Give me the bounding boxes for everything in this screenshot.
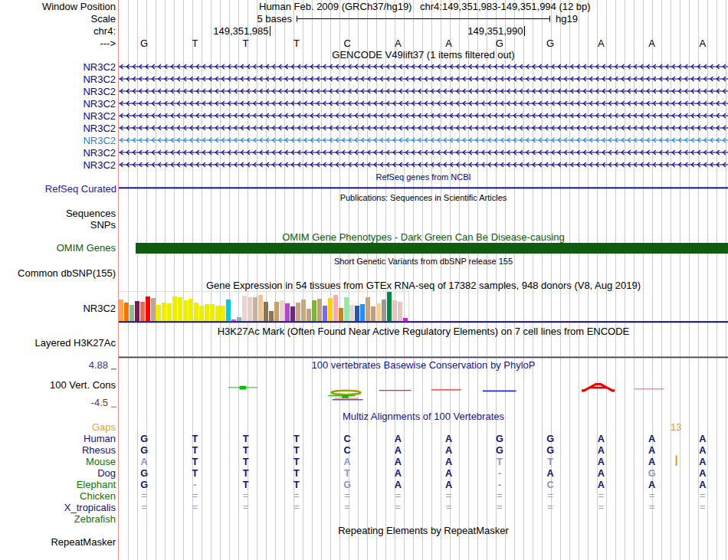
svg-text:=: =	[497, 501, 503, 513]
svg-text:C: C	[547, 480, 554, 490]
svg-text:A: A	[648, 445, 655, 456]
svg-text:A: A	[699, 445, 706, 456]
svg-text:A: A	[344, 457, 351, 467]
svg-text:T: T	[192, 445, 198, 456]
svg-text:Sequences: Sequences	[66, 208, 116, 219]
svg-text:Short Genetic Variants from db: Short Genetic Variants from dbSNP releas…	[334, 257, 513, 266]
svg-text:G: G	[140, 434, 148, 444]
svg-text:Chicken: Chicken	[80, 490, 116, 502]
svg-text:T: T	[192, 468, 198, 479]
svg-text:=: =	[243, 490, 249, 501]
svg-text:chr4:149,351,983-149,351,994 (: chr4:149,351,983-149,351,994 (12 bp)	[420, 1, 591, 12]
svg-text:A: A	[445, 480, 452, 490]
svg-text:T: T	[293, 480, 300, 490]
svg-text:100 vertebrates Basewise Conse: 100 vertebrates Basewise Conservation by…	[312, 359, 536, 371]
svg-text:G: G	[546, 38, 554, 49]
svg-text:C: C	[344, 434, 351, 444]
svg-text:-: -	[193, 480, 196, 490]
svg-text:-: -	[498, 468, 501, 479]
svg-text:NR3C2: NR3C2	[83, 147, 116, 159]
svg-text:=: =	[141, 501, 147, 513]
svg-text:=: =	[700, 501, 706, 513]
svg-text:=: =	[243, 501, 249, 513]
svg-text:OMIM Genes: OMIM Genes	[57, 242, 116, 254]
svg-text:A: A	[699, 434, 706, 444]
svg-text:=: =	[293, 501, 300, 513]
svg-text:A: A	[598, 480, 605, 490]
svg-text:C: C	[344, 445, 351, 456]
svg-text:RefSeq genes from NCBI: RefSeq genes from NCBI	[375, 172, 471, 182]
svg-text:=: =	[141, 490, 147, 501]
svg-text:=: =	[192, 501, 198, 513]
svg-text:NR3C2: NR3C2	[83, 86, 116, 97]
svg-text:A: A	[648, 434, 655, 444]
svg-text:A: A	[598, 38, 605, 49]
svg-text:NR3C2: NR3C2	[83, 74, 116, 85]
svg-text:Rhesus: Rhesus	[82, 444, 116, 456]
svg-text:Scale: Scale	[90, 13, 116, 25]
svg-text:=: =	[497, 490, 503, 501]
svg-text:NR3C2: NR3C2	[83, 303, 116, 314]
svg-text:A: A	[445, 468, 452, 479]
svg-text:G: G	[496, 445, 503, 456]
svg-text:NR3C2: NR3C2	[83, 159, 116, 171]
svg-text:NR3C2: NR3C2	[83, 98, 116, 110]
svg-text:T: T	[344, 468, 350, 479]
svg-text:=: =	[446, 501, 452, 513]
svg-text:=: =	[700, 490, 706, 501]
svg-text:G: G	[140, 480, 148, 490]
svg-text:=: =	[344, 490, 350, 501]
svg-text:Dog: Dog	[97, 467, 116, 479]
svg-text:T: T	[192, 38, 198, 49]
svg-text:G: G	[546, 445, 554, 456]
svg-text:G: G	[140, 445, 148, 456]
svg-text:13: 13	[671, 422, 681, 433]
svg-text:A: A	[598, 434, 605, 444]
svg-text:NR3C2: NR3C2	[83, 123, 116, 134]
svg-text:X_tropicalis: X_tropicalis	[64, 502, 116, 513]
svg-text:=: =	[192, 490, 198, 501]
svg-text:G: G	[546, 434, 554, 444]
svg-text:A: A	[699, 468, 706, 479]
svg-text:=: =	[547, 501, 553, 513]
svg-text:A: A	[648, 457, 655, 467]
svg-text:Layered H3K27Ac: Layered H3K27Ac	[34, 337, 116, 349]
svg-text:A: A	[547, 468, 554, 479]
svg-text:=: =	[446, 490, 452, 501]
svg-text:=: =	[598, 501, 605, 513]
svg-text:G: G	[648, 468, 656, 479]
svg-text:T: T	[243, 38, 249, 49]
svg-text:-: -	[498, 480, 501, 490]
svg-text:T: T	[293, 457, 300, 467]
svg-text:4.88: 4.88	[89, 359, 108, 371]
svg-text:--->: --->	[100, 38, 116, 49]
svg-text:A: A	[598, 468, 605, 479]
svg-text:T: T	[243, 434, 249, 444]
svg-text:RefSeq Curated: RefSeq Curated	[45, 183, 116, 195]
svg-text:G: G	[140, 38, 148, 49]
svg-text:Common dbSNP(155): Common dbSNP(155)	[18, 267, 116, 279]
svg-text:A: A	[141, 457, 148, 467]
svg-text:5 bases: 5 bases	[257, 13, 292, 25]
svg-text:T: T	[547, 457, 553, 467]
svg-text:T: T	[293, 445, 300, 456]
svg-text:RepeatMasker: RepeatMasker	[51, 536, 116, 548]
svg-text:=: =	[598, 490, 605, 501]
svg-text:G: G	[343, 480, 351, 490]
svg-text:NR3C2: NR3C2	[83, 110, 116, 122]
svg-text:A: A	[395, 468, 402, 479]
svg-text:T: T	[497, 457, 503, 467]
svg-text:-4.5: -4.5	[91, 397, 108, 408]
svg-text:A: A	[445, 434, 452, 444]
svg-text:A: A	[395, 480, 402, 490]
svg-text:NR3C2: NR3C2	[83, 135, 116, 146]
svg-text:A: A	[598, 445, 605, 456]
svg-text:A: A	[395, 445, 402, 456]
svg-text:Elephant: Elephant	[77, 479, 116, 490]
svg-text:=: =	[395, 501, 402, 513]
svg-text:A: A	[648, 480, 655, 490]
svg-text:A: A	[445, 457, 452, 467]
svg-text:G: G	[496, 38, 503, 49]
svg-text:A: A	[598, 457, 605, 467]
svg-text:Gene Expression in 54 tissues: Gene Expression in 54 tissues from GTEx …	[206, 280, 641, 291]
